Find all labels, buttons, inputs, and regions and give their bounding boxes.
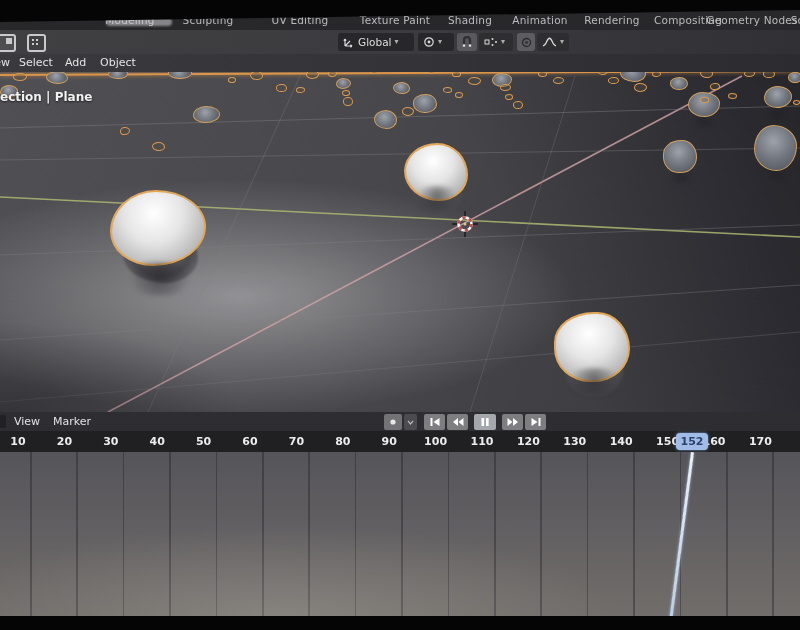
pause-button[interactable] [474,414,496,430]
transform-orientation-dropdown[interactable]: Global ▾ [338,33,414,51]
workspace-tab-scripting[interactable]: Scripting [791,14,800,26]
frame-tick-40: 40 [139,435,175,448]
menu-object[interactable]: Object [100,56,136,69]
pivot-point-dropdown[interactable]: ▾ [418,33,454,51]
magnet-icon [461,36,473,48]
workspace-tab-animation[interactable]: Animation [512,14,567,26]
chevron-down-icon: ▾ [438,38,442,46]
next-keyframe-icon [507,417,519,427]
next-keyframe-button[interactable] [502,414,523,430]
proportional-editing-toggle[interactable] [517,33,535,51]
keying-set-dropdown[interactable] [404,414,417,430]
timeline-menu-marker[interactable]: Marker [53,415,91,428]
workspace-tab-shading[interactable]: Shading [448,14,492,26]
orientation-icon [343,36,355,48]
current-frame-badge[interactable]: 152 [676,433,708,450]
monitor-photo: ModelingSculptingUV EditingTexture Paint… [0,0,800,630]
frame-tick-80: 80 [325,435,361,448]
viewport-header: Global ▾ ▾ ▾ [0,30,800,54]
active-collection-label: ection | Plane [0,90,92,104]
jump-start-icon [429,417,441,427]
menu-view[interactable]: View [0,56,10,69]
frame-tick-20: 20 [46,435,82,448]
jump-to-end-button[interactable] [525,414,546,430]
chevron-down-icon: ▾ [560,38,564,46]
prev-keyframe-button[interactable] [447,414,468,430]
pause-icon [480,417,490,427]
frame-tick-90: 90 [371,435,407,448]
workspace-tab-geometry-nodes[interactable]: Geometry Nodes [706,14,797,26]
menu-add[interactable]: Add [65,56,86,69]
frame-tick-110: 110 [464,435,500,448]
viewport-menu-row: View Select Add Object [0,54,800,72]
frame-tick-30: 30 [93,435,129,448]
prev-keyframe-icon [452,417,464,427]
pivot-icon [423,36,435,48]
snap-toggle-button[interactable] [457,33,477,51]
editor-type-icon[interactable] [0,34,16,52]
mode-icon[interactable] [27,34,46,52]
timeline-menu-view[interactable]: View [14,415,40,428]
workspace-tab-rendering[interactable]: Rendering [584,14,639,26]
auto-keying-button[interactable] [384,414,402,430]
proportional-icon [521,37,532,48]
frame-tick-170: 170 [742,435,778,448]
autokey-icon [389,418,397,426]
snap-with-icon [484,36,498,48]
frame-tick-10: 10 [0,435,36,448]
editor-type-icon[interactable] [0,415,6,428]
chevron-down-icon [407,420,414,425]
proportional-falloff-dropdown[interactable]: ▾ [537,33,569,51]
viewport-3d[interactable]: ection | Plane [0,72,800,412]
timeline-body[interactable] [0,452,800,616]
cursor-3d-icon [451,210,479,238]
jump-to-start-button[interactable] [424,414,445,430]
timeline-frame-strip[interactable]: 1020304050607080901001101201301401501601… [0,431,800,452]
frame-tick-140: 140 [603,435,639,448]
menu-select[interactable]: Select [19,56,53,69]
chevron-down-icon: ▾ [395,38,399,46]
snap-with-dropdown[interactable]: ▾ [479,33,513,51]
falloff-icon [542,36,557,48]
jump-end-icon [530,417,542,427]
frame-tick-100: 100 [418,435,454,448]
frame-tick-60: 60 [232,435,268,448]
timeline-header: View Marker [0,412,800,431]
frame-tick-130: 130 [557,435,593,448]
chevron-down-icon: ▾ [501,38,505,46]
orientation-label: Global [358,36,392,48]
frame-tick-70: 70 [278,435,314,448]
frame-tick-50: 50 [186,435,222,448]
frame-tick-120: 120 [510,435,546,448]
